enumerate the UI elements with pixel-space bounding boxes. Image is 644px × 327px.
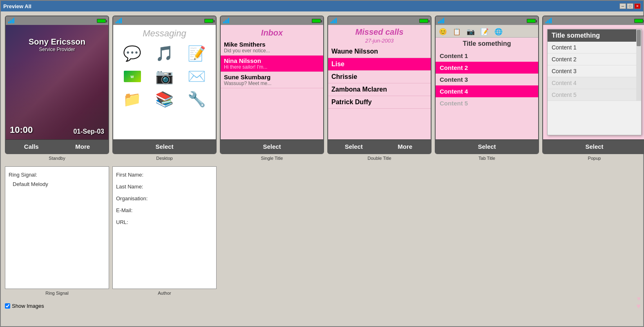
battery-icon-standby <box>97 19 106 23</box>
softkey-calls[interactable]: Calls <box>6 140 57 153</box>
desktop-icon-messages: 💬 <box>117 44 147 64</box>
missed-item-3[interactable]: Chrissie <box>328 71 431 83</box>
phone-label-desktop: Desktop <box>112 154 217 162</box>
author-org-label: Organisation: <box>116 194 213 203</box>
softkey-select-desktop[interactable]: Select <box>113 140 216 153</box>
ring-signal-container: Ring Signal: Default Melody Ring Signal <box>5 166 109 297</box>
inbox-sender-1: Mike Smithers <box>224 41 320 48</box>
tab-icon-clipboard[interactable]: 📋 <box>450 26 463 37</box>
phone-frame-desktop: Messaging 💬 🎵 📝 <box>112 16 217 154</box>
signal-icon-tab <box>438 18 444 23</box>
statusbar-single <box>221 16 323 25</box>
popup-item-5[interactable]: Content 5 <box>548 89 641 101</box>
ring-signal-value: Default Melody <box>9 179 105 189</box>
battery-icon-tab <box>527 19 536 23</box>
phone-frame-tab: 😊 📋 📷 📝 🌐 Title something Content 1 Cont… <box>435 16 539 154</box>
signal-icon-single <box>223 18 229 23</box>
phone-frame-single: Inbox Mike Smithers Did you ever notice.… <box>220 16 324 154</box>
inbox-item-3[interactable]: Sune Skumbarg Wassuup? Meet me... <box>221 72 323 88</box>
softkey-select-double[interactable]: Select <box>328 140 380 153</box>
tab-icon-camera[interactable]: 📷 <box>464 26 477 37</box>
popup-screen: ♥♥ Title something Content 1 Content 2 C… <box>543 25 644 139</box>
tab-item-5[interactable]: Content 5 <box>436 97 538 109</box>
tab-icon-globe[interactable]: 🌐 <box>492 26 505 37</box>
phone-single-title: Inbox Mike Smithers Did you ever notice.… <box>220 16 324 162</box>
desktop-icon-camera: 📷 <box>150 67 179 87</box>
maximize-button[interactable]: □ <box>627 3 633 9</box>
tab-item-1[interactable]: Content 1 <box>436 50 538 62</box>
tab-screen: 😊 📋 📷 📝 🌐 Title something Content 1 Cont… <box>436 25 538 139</box>
phone-frame-double: Missed calls 27-jun-2003 Waune Nilsson L… <box>327 16 432 154</box>
missed-item-2[interactable]: Lise <box>328 58 431 71</box>
softkey-select-tab[interactable]: Select <box>436 140 538 153</box>
popup-item-4[interactable]: Content 4 <box>548 77 641 89</box>
ring-signal-panel-label: Ring Signal <box>5 289 109 297</box>
missed-item-5[interactable]: Patrick Duffy <box>328 96 431 109</box>
phone-frame-popup: ♥♥ Title something Content 1 Content 2 C… <box>542 16 644 154</box>
author-lastname-label: Last Name: <box>116 182 213 191</box>
tab-item-2[interactable]: Content 2 <box>436 62 538 74</box>
missed-date: 27-jun-2003 <box>328 38 431 44</box>
phone-standby: Sony Ericsson Service Provider 10:00 01-… <box>5 16 109 162</box>
show-images-label[interactable]: Show Images <box>5 303 44 309</box>
popup-title: Title something <box>548 29 641 42</box>
battery-icon-desktop <box>204 19 213 23</box>
desktop-icon-media: 🎵 <box>150 44 179 64</box>
minimize-button[interactable]: ─ <box>619 3 626 9</box>
missed-item-4[interactable]: Zambona Mclaren <box>328 83 431 96</box>
popup-overlay: Title something Content 1 Content 2 Cont… <box>547 29 642 135</box>
phone-label-single: Single Title <box>220 154 324 162</box>
softkey-select-single[interactable]: Select <box>221 140 323 153</box>
inbox-preview-3: Wassuup? Meet me... <box>224 81 320 86</box>
tab-icon-smiley[interactable]: 😊 <box>436 26 449 37</box>
phone-desktop: Messaging 💬 🎵 📝 <box>112 16 217 162</box>
statusbar-desktop <box>113 16 216 25</box>
desktop-icon-web: w <box>117 67 147 87</box>
phone-popup: ♥♥ Title something Content 1 Content 2 C… <box>542 16 644 162</box>
softkeys-standby: Calls More <box>6 139 108 153</box>
standby-screen: Sony Ericsson Service Provider 10:00 01-… <box>6 25 108 139</box>
author-panel-label: Author <box>112 289 217 297</box>
show-images-checkbox[interactable] <box>5 303 10 309</box>
statusbar-standby <box>6 16 108 25</box>
inbox-screen: Inbox Mike Smithers Did you ever notice.… <box>221 25 323 139</box>
window-title: Preview All <box>3 3 31 9</box>
popup-scrollbar[interactable] <box>636 29 641 101</box>
standby-brand: Sony Ericsson <box>6 37 108 47</box>
titlebar-buttons: ─ □ ✕ <box>619 3 641 9</box>
standby-provider: Service Provider <box>6 47 108 52</box>
statusbar-popup <box>543 16 644 25</box>
ring-signal-panel: Ring Signal: Default Melody <box>5 166 109 289</box>
softkeys-tab: Select <box>436 139 538 153</box>
inbox-item-1[interactable]: Mike Smithers Did you ever notice... <box>221 39 323 56</box>
author-panel: First Name: Last Name: Organisation: E-M… <box>112 166 217 289</box>
missed-item-1[interactable]: Waune Nilsson <box>328 45 431 58</box>
inbox-item-2[interactable]: Nina Nilsson Hi there sailor! I'm... <box>221 56 323 72</box>
popup-item-3[interactable]: Content 3 <box>548 65 641 77</box>
desktop-icons-grid: 💬 🎵 📝 w <box>113 42 216 112</box>
popup-item-1[interactable]: Content 1 <box>548 42 641 54</box>
tab-icon-note[interactable]: 📝 <box>478 26 491 37</box>
softkey-select-popup[interactable]: Select <box>543 140 644 153</box>
tab-item-4[interactable]: Content 4 <box>436 85 538 97</box>
signal-icon-desktop <box>116 18 122 23</box>
inbox-title: Inbox <box>221 25 323 39</box>
show-images-text: Show Images <box>12 303 44 309</box>
phone-label-double: Double Title <box>327 154 432 162</box>
popup-item-2[interactable]: Content 2 <box>548 54 641 65</box>
battery-icon-single <box>312 19 321 23</box>
popup-content: Title something Content 1 Content 2 Cont… <box>548 29 641 101</box>
tab-item-3[interactable]: Content 3 <box>436 74 538 85</box>
softkey-more-double[interactable]: More <box>380 140 431 153</box>
standby-date: 01-Sep-03 <box>73 128 104 135</box>
phone-frame-standby: Sony Ericsson Service Provider 10:00 01-… <box>5 16 109 154</box>
close-button[interactable]: ✕ <box>634 3 641 9</box>
signal-icon-standby <box>8 18 14 23</box>
signal-icon-popup <box>546 18 552 23</box>
softkey-more-standby[interactable]: More <box>57 140 109 153</box>
missed-screen: Missed calls 27-jun-2003 Waune Nilsson L… <box>328 25 431 139</box>
desktop-icon-mail: ✉️ <box>182 67 212 87</box>
desktop-icon-settings: 🔧 <box>182 90 212 110</box>
desktop-icon-folder: 📁 <box>117 90 147 110</box>
popup-scrollbar-thumb[interactable] <box>637 30 641 46</box>
